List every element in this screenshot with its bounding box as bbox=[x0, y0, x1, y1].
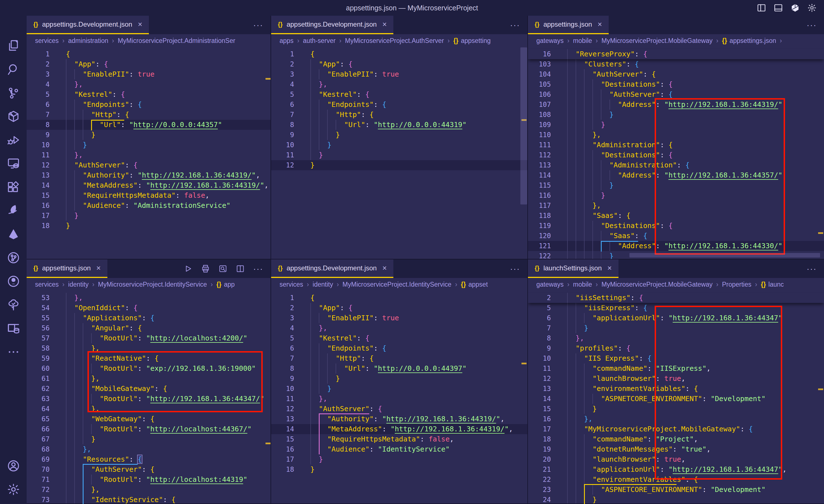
breadcrumb-item[interactable]: MyMicroserviceProject.AuthServer bbox=[345, 37, 444, 44]
close-icon[interactable]: × bbox=[136, 20, 142, 29]
close-icon[interactable]: × bbox=[381, 264, 387, 273]
more-actions-icon[interactable]: ··· bbox=[807, 22, 817, 28]
activity-remote-explorer-icon[interactable] bbox=[2, 152, 25, 175]
tab-appsettings.json[interactable]: {}appsettings.json× bbox=[27, 260, 107, 278]
activity-github-icon[interactable] bbox=[2, 270, 25, 293]
activity-search-icon[interactable] bbox=[2, 58, 25, 81]
breadcrumb-item[interactable]: MyMicroserviceProject.MobileGateway bbox=[601, 37, 712, 44]
breadcrumb-item[interactable]: apps bbox=[280, 37, 294, 44]
breadcrumb-item[interactable]: services bbox=[280, 281, 303, 288]
breadcrumb-item[interactable]: mobile bbox=[573, 281, 592, 288]
breadcrumb-item[interactable]: identity bbox=[313, 281, 333, 288]
more-actions-icon[interactable]: ··· bbox=[253, 22, 263, 28]
code-editor[interactable]: 1{2 "App": {3 "EnablePII": true4 },5 "Ke… bbox=[271, 291, 527, 503]
code-editor[interactable]: 1{2 "App": {3 "EnablePII": true4 },5 "Ke… bbox=[27, 47, 271, 259]
tab-bar: {}launchSettings.json×··· bbox=[528, 260, 824, 278]
breadcrumb-item[interactable]: {}appset bbox=[461, 281, 488, 288]
more-actions-icon[interactable]: ··· bbox=[253, 266, 263, 272]
breadcrumb-item[interactable]: gateways bbox=[536, 281, 563, 288]
line-content: "MyMicroserviceProject.MobileGateway": { bbox=[559, 424, 753, 434]
breadcrumb-item[interactable]: MyMicroserviceProject.IdentityService bbox=[343, 281, 452, 288]
activity-source-control-icon[interactable] bbox=[2, 81, 25, 105]
sticky-scroll-line: 2 "iisSettings": { bbox=[528, 293, 824, 303]
box-icon[interactable] bbox=[790, 3, 800, 13]
line-content: "environmentVariables": { bbox=[559, 475, 698, 485]
line-content: "Destinations": { bbox=[559, 79, 673, 90]
code-line: 16 "Audience": "AdministrationService" bbox=[27, 201, 271, 211]
activity-account-icon[interactable] bbox=[2, 454, 25, 478]
line-number: 16 bbox=[27, 201, 58, 211]
print-icon[interactable] bbox=[201, 264, 210, 273]
breadcrumb-item[interactable]: {}launc bbox=[761, 281, 784, 288]
layout-columns-icon[interactable] bbox=[757, 3, 766, 13]
close-icon[interactable]: × bbox=[606, 264, 612, 273]
breadcrumb-item[interactable]: services bbox=[35, 281, 59, 288]
breadcrumb-item[interactable]: MyMicroserviceProject.AdministrationSer bbox=[118, 37, 235, 44]
code-line: 72 }, bbox=[27, 485, 271, 495]
search-icon[interactable] bbox=[218, 264, 227, 273]
code-line: 7 "Http": { bbox=[271, 354, 527, 364]
run-icon[interactable] bbox=[184, 264, 193, 273]
breadcrumb-item[interactable]: {}app bbox=[216, 281, 235, 288]
tab-appsettings.Development.json[interactable]: {}appsettings.Development.json× bbox=[27, 16, 149, 34]
line-number: 59 bbox=[27, 354, 58, 364]
layout-panel-icon[interactable] bbox=[774, 3, 783, 13]
code-editor[interactable]: 16 "ReverseProxy": {103 "Clusters": {104… bbox=[528, 47, 824, 259]
close-icon[interactable]: × bbox=[596, 20, 602, 29]
activity-files-icon[interactable] bbox=[2, 34, 25, 58]
breadcrumb-item[interactable]: gateways bbox=[536, 37, 563, 44]
breadcrumb-item[interactable]: MyMicroserviceProject.MobileGateway bbox=[601, 281, 712, 288]
activity-run-debug-icon[interactable] bbox=[2, 128, 25, 152]
close-icon[interactable]: × bbox=[381, 20, 387, 29]
gear-icon[interactable] bbox=[807, 3, 817, 13]
activity-rocket-icon[interactable] bbox=[2, 199, 25, 222]
line-number: 13 bbox=[27, 170, 58, 180]
activity-settings-gear-icon[interactable] bbox=[2, 478, 25, 501]
tab-appsettings.Development.json[interactable]: {}appsettings.Development.json× bbox=[271, 16, 393, 34]
line-content: "launchBrowser": true, bbox=[559, 455, 685, 465]
split-editor-icon[interactable] bbox=[236, 264, 245, 273]
more-actions-icon[interactable]: ··· bbox=[510, 22, 520, 28]
line-number: 18 bbox=[271, 465, 302, 475]
line-content: "Destinations": { bbox=[559, 150, 673, 160]
code-editor[interactable]: 2 "iisSettings": {5 "iisExpress": {6 "ap… bbox=[528, 291, 824, 503]
line-number: 5 bbox=[528, 303, 559, 313]
code-line: 10 } bbox=[27, 140, 271, 150]
code-line: 112 "Destinations": { bbox=[528, 150, 824, 160]
activity-more-icon[interactable] bbox=[2, 340, 25, 364]
breadcrumb-item[interactable]: MyMicroserviceProject.IdentityService bbox=[98, 281, 207, 288]
code-editor[interactable]: 53 },54 "OpenIddict": {55 "Applications"… bbox=[27, 291, 271, 503]
line-content: "AuthServer": { bbox=[559, 69, 656, 79]
tab-appsettings.Development.json[interactable]: {}appsettings.Development.json× bbox=[271, 260, 393, 278]
activity-todo-tree-icon[interactable] bbox=[2, 293, 25, 317]
breadcrumb-item[interactable]: {}appsetting bbox=[453, 37, 491, 44]
line-content: "Url": "http://0.0.0.0:44319" bbox=[302, 120, 467, 130]
activity-git-circle-icon[interactable] bbox=[2, 246, 25, 270]
more-actions-icon[interactable]: ··· bbox=[807, 266, 817, 272]
line-number: 14 bbox=[27, 180, 58, 190]
code-line: 6 "applicationUrl": "http://192.168.1.36… bbox=[528, 313, 824, 323]
line-number: 116 bbox=[528, 190, 559, 201]
breadcrumb-item[interactable]: auth-server bbox=[303, 37, 336, 44]
activity-package-icon[interactable] bbox=[2, 105, 25, 128]
tab-appsettings.json[interactable]: {}appsettings.json× bbox=[528, 16, 609, 34]
chevron-right-icon: › bbox=[592, 281, 602, 288]
breadcrumb-item[interactable]: administration bbox=[68, 37, 108, 44]
activity-extensions-icon[interactable] bbox=[2, 175, 25, 199]
breadcrumb-item[interactable]: Properties bbox=[722, 281, 751, 288]
breadcrumb-item[interactable]: services bbox=[35, 37, 59, 44]
line-content: "Http": { bbox=[302, 110, 374, 120]
line-content: "iisSettings": { bbox=[559, 293, 643, 303]
breadcrumb-item[interactable]: {}appsettings.json bbox=[722, 37, 776, 44]
line-number: 62 bbox=[27, 384, 58, 394]
activity-triangle-logo-icon[interactable] bbox=[2, 222, 25, 246]
line-content: "MobileGateway": { bbox=[58, 384, 167, 394]
breadcrumb-item[interactable]: identity bbox=[68, 281, 89, 288]
activity-database-icon[interactable] bbox=[2, 317, 25, 340]
close-icon[interactable]: × bbox=[95, 264, 101, 273]
code-editor[interactable]: 1{2 "App": {3 "EnablePII": true4 },5 "Ke… bbox=[271, 47, 527, 259]
tab-launchSettings.json[interactable]: {}launchSettings.json× bbox=[528, 260, 618, 278]
line-number: 3 bbox=[271, 69, 302, 79]
breadcrumb-item[interactable]: mobile bbox=[573, 37, 592, 44]
more-actions-icon[interactable]: ··· bbox=[510, 266, 520, 272]
